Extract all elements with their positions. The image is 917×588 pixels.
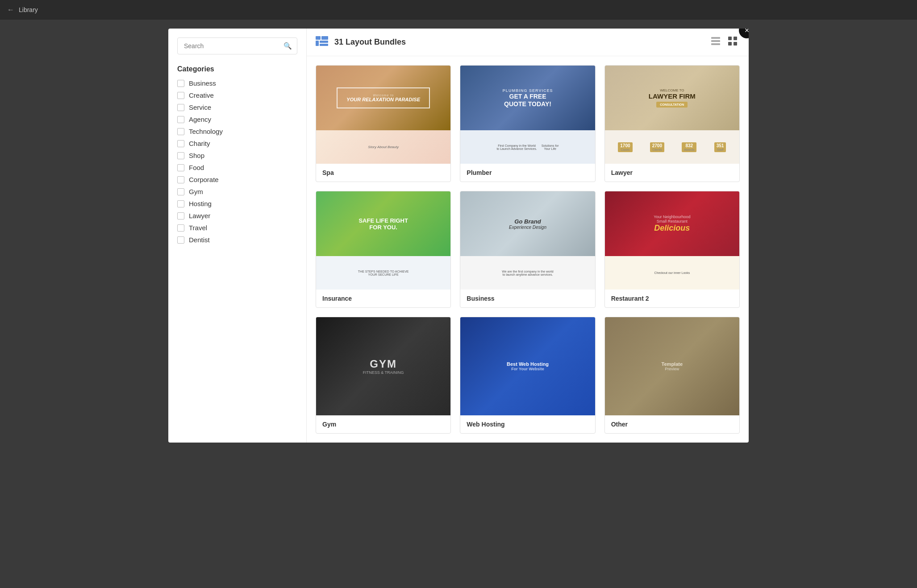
category-item[interactable]: Charity (177, 140, 297, 147)
category-checkbox-gym[interactable] (177, 188, 184, 195)
category-checkbox-hosting[interactable] (177, 200, 184, 207)
template-card-images-gym: GYM FITNESS & TRAINING (316, 317, 450, 415)
svg-rect-2 (316, 41, 319, 46)
lawyer-image-bottom: 1700Cases 2700Clients 832Awards 351Staff (605, 130, 739, 164)
category-checkbox-dentist[interactable] (177, 236, 184, 244)
category-checkbox-shop[interactable] (177, 152, 184, 159)
category-label-hosting: Hosting (189, 200, 212, 207)
template-card-footer-spa: Spa (316, 164, 450, 182)
category-checkbox-corporate[interactable] (177, 176, 184, 183)
insurance-image-bottom: THE STEPS NEEDED TO ACHIEVEYOUR SECURE L… (316, 256, 450, 290)
gym-image: GYM FITNESS & TRAINING (316, 317, 450, 415)
category-label-corporate: Corporate (189, 176, 219, 183)
category-checkbox-business[interactable] (177, 80, 184, 87)
category-item[interactable]: Hosting (177, 200, 297, 207)
business-image-bottom: We are the first company in the worldto … (460, 256, 595, 290)
modal-overlay: × 🔍 Categories Business (0, 20, 917, 588)
template-card-insurance[interactable]: SAFE LIFE RIGHTFOR YOU. THE STEPS NEEDED… (316, 191, 451, 308)
template-card-footer-other: Other (605, 415, 739, 433)
category-item[interactable]: Gym (177, 188, 297, 195)
templates-grid: Welcome to YOUR RELAXATION PARADISE Stor… (316, 65, 740, 434)
category-list: Business Creative Service Agency (177, 79, 297, 244)
template-card-footer-hosting: Web Hosting (460, 415, 595, 433)
template-card-footer-plumber: Plumber (460, 164, 595, 182)
category-checkbox-charity[interactable] (177, 140, 184, 147)
template-card-footer-restaurant2: Restaurant 2 (605, 290, 739, 307)
template-card-footer-business: Business (460, 290, 595, 307)
bundle-layout-icon (316, 36, 328, 49)
template-card-images-hosting: Best Web Hosting For Your Website (460, 317, 595, 415)
category-label-dentist: Dentist (189, 236, 210, 244)
category-item[interactable]: Service (177, 104, 297, 111)
template-card-lawyer[interactable]: PRO WELCOME TO LAWYER FIRM CONSULTATION (604, 65, 740, 182)
spa-image-bottom: Story About Beauty (316, 130, 450, 164)
content-header: 31 Layout Bundles (307, 29, 749, 56)
svg-rect-1 (321, 36, 328, 40)
category-label-service: Service (189, 104, 211, 111)
svg-rect-9 (734, 37, 737, 40)
library-title: Library (19, 6, 38, 13)
insurance-image-top: SAFE LIFE RIGHTFOR YOU. (316, 191, 450, 256)
back-arrow-icon[interactable]: ← (7, 6, 14, 14)
category-checkbox-creative[interactable] (177, 92, 184, 99)
template-card-business[interactable]: PRO Go Brand Experience Design We are (460, 191, 595, 308)
category-label-creative: Creative (189, 91, 214, 99)
category-checkbox-agency[interactable] (177, 116, 184, 123)
sidebar: 🔍 Categories Business Creative (168, 29, 307, 443)
category-checkbox-travel[interactable] (177, 224, 184, 232)
category-label-lawyer: Lawyer (189, 212, 210, 219)
category-item[interactable]: Business (177, 79, 297, 87)
template-card-plumber[interactable]: PLUMBING SERVICES GET A FREEQUOTE TODAY!… (460, 65, 595, 182)
category-item[interactable]: Dentist (177, 236, 297, 244)
search-input[interactable] (177, 37, 297, 54)
category-label-technology: Technology (189, 128, 223, 135)
category-item[interactable]: Creative (177, 91, 297, 99)
grid-view-button[interactable] (725, 36, 740, 49)
plumber-image-bottom: First Company in the Worldto Launch Adva… (460, 130, 595, 164)
category-checkbox-service[interactable] (177, 104, 184, 111)
lawyer-image-top: WELCOME TO LAWYER FIRM CONSULTATION (605, 66, 739, 130)
list-view-button[interactable] (709, 36, 723, 49)
search-box: 🔍 (177, 37, 297, 54)
template-card-footer-gym: Gym (316, 415, 450, 433)
category-label-gym: Gym (189, 188, 203, 195)
category-item[interactable]: Food (177, 164, 297, 171)
category-item[interactable]: Travel (177, 224, 297, 232)
spa-image-top: Welcome to YOUR RELAXATION PARADISE (316, 66, 450, 130)
bundle-count-title: 31 Layout Bundles (334, 37, 406, 47)
svg-rect-3 (320, 41, 328, 43)
other-image: Template Preview (605, 317, 739, 415)
template-card-images-business: Go Brand Experience Design We are the fi… (460, 191, 595, 290)
business-image-top: Go Brand Experience Design (460, 191, 595, 256)
category-checkbox-technology[interactable] (177, 128, 184, 135)
category-item[interactable]: Lawyer (177, 212, 297, 219)
restaurant2-image-top: Your NeighbourhoodSmall Restaurant Delic… (605, 191, 739, 256)
template-card-footer-lawyer: Lawyer (605, 164, 739, 182)
view-toggle (709, 36, 740, 49)
category-label-travel: Travel (189, 224, 207, 232)
template-card-images-plumber: PLUMBING SERVICES GET A FREEQUOTE TODAY!… (460, 66, 595, 164)
svg-rect-5 (711, 37, 720, 39)
template-card-other[interactable]: PRO Template Preview Other (604, 317, 740, 434)
categories-title: Categories (177, 65, 297, 73)
template-card-restaurant2[interactable]: PRO Your NeighbourhoodSmall Restaurant D… (604, 191, 740, 308)
template-card-gym[interactable]: PRO GYM FITNESS & TRAINING Gym (316, 317, 451, 434)
category-item[interactable]: Technology (177, 128, 297, 135)
category-label-business: Business (189, 79, 216, 87)
category-checkbox-food[interactable] (177, 164, 184, 171)
svg-rect-0 (316, 36, 321, 40)
template-card-spa[interactable]: Welcome to YOUR RELAXATION PARADISE Stor… (316, 65, 451, 182)
modal-body: 🔍 Categories Business Creative (168, 29, 749, 443)
template-card-hosting[interactable]: PRO Best Web Hosting For Your Website We… (460, 317, 595, 434)
svg-rect-4 (320, 44, 328, 46)
hosting-image: Best Web Hosting For Your Website (460, 317, 595, 415)
category-label-shop: Shop (189, 152, 204, 159)
category-item[interactable]: Corporate (177, 176, 297, 183)
main-content: 31 Layout Bundles (307, 29, 749, 443)
template-card-images-restaurant2: Your NeighbourhoodSmall Restaurant Delic… (605, 191, 739, 290)
category-checkbox-lawyer[interactable] (177, 212, 184, 219)
category-item[interactable]: Agency (177, 116, 297, 123)
restaurant2-image-bottom: Checkout our inner Looks (605, 256, 739, 290)
template-card-images-lawyer: WELCOME TO LAWYER FIRM CONSULTATION 1700… (605, 66, 739, 164)
category-item[interactable]: Shop (177, 152, 297, 159)
